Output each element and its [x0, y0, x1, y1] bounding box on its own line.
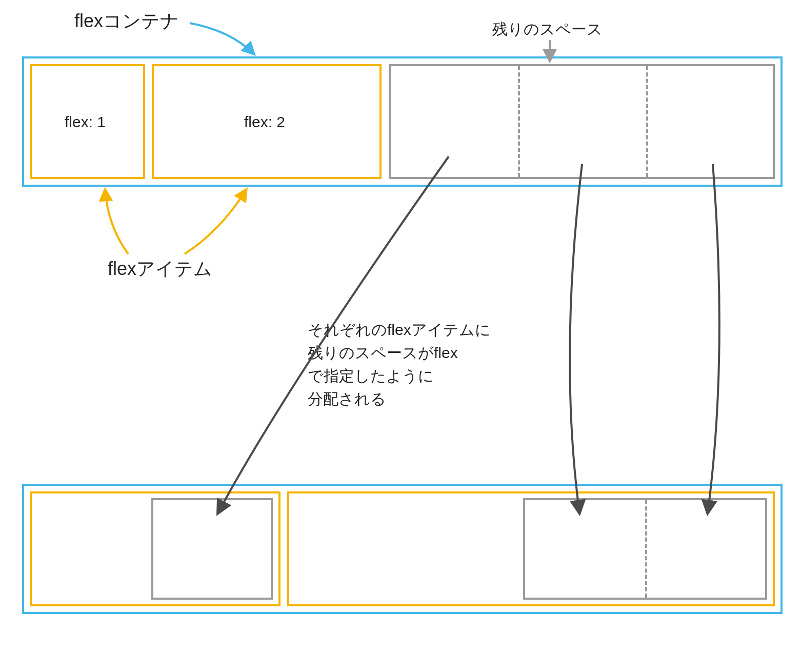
- flex-item-2-text: flex: 2: [244, 113, 285, 131]
- label-explanation: それぞれのflexアイテムに 残りのスペースがflex で指定したように 分配さ…: [308, 318, 491, 410]
- flex-item-1-text: flex: 1: [65, 113, 106, 131]
- arrow-distribute-2: [570, 164, 582, 513]
- arrow-flex-item-left: [105, 190, 128, 254]
- flex-item-1: flex: 1: [30, 64, 145, 179]
- allocated-space-2: [523, 498, 767, 600]
- arrow-flex-container: [190, 23, 254, 54]
- flex-item-1-after: [30, 491, 281, 606]
- label-flex-container: flexコンテナ: [74, 7, 179, 35]
- dashed-divider-3: [645, 500, 647, 598]
- remaining-space-box: [389, 64, 775, 179]
- allocated-space-1: [151, 498, 273, 600]
- flex-item-2: flex: 2: [152, 64, 382, 179]
- flex-container-after: [22, 484, 783, 614]
- dashed-divider-1: [518, 66, 520, 177]
- flex-item-2-after: [287, 491, 775, 606]
- label-remaining-space: 残りのスペース: [492, 17, 603, 41]
- flex-container-before: flex: 1 flex: 2: [22, 56, 783, 187]
- label-flex-items: flexアイテム: [108, 255, 212, 283]
- arrow-flex-item-right: [185, 190, 246, 254]
- arrow-distribute-3: [708, 164, 719, 513]
- dashed-divider-2: [646, 66, 648, 177]
